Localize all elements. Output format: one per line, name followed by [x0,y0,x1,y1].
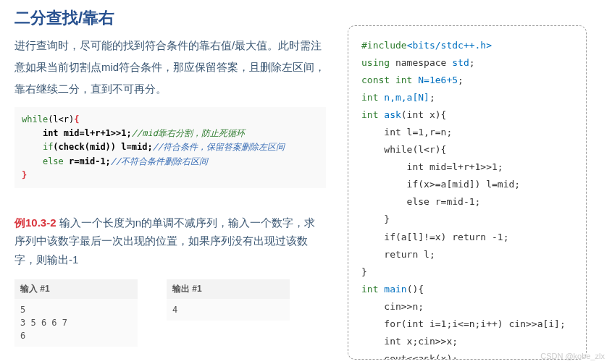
left-column: 二分查找/靠右 进行查询时，尽可能的找到符合条件的靠右值/最大值。此时需注意如果… [14,0,326,360]
page-container: 二分查找/靠右 进行查询时，尽可能的找到符合条件的靠右值/最大值。此时需注意如果… [0,0,612,360]
input-body: 5 3 5 6 6 7 6 [14,299,138,347]
io-row: 输入 #1 5 3 5 6 6 7 6 输出 #1 4 [14,279,326,347]
example-text: 输入一个长度为n的单调不减序列，输入一个数字，求序列中该数字最后一次出现的位置，… [14,216,315,266]
example-block: 例10.3-2 输入一个长度为n的单调不减序列，输入一个数字，求序列中该数字最后… [14,213,326,269]
open-brace: { [74,114,79,124]
description-paragraph: 进行查询时，尽可能的找到符合条件的靠右值/最大值。此时需注意如果当前切割点mid… [14,35,326,100]
keyword-while: while [22,114,48,124]
heading: 二分查找/靠右 [14,7,326,29]
input-label: 输入 #1 [14,279,138,299]
output-column: 输出 #1 4 [167,279,290,347]
close-brace: } [22,170,27,180]
output-label: 输出 #1 [167,279,290,299]
input-column: 输入 #1 5 3 5 6 6 7 6 [14,279,138,347]
right-column: #include<bits/stdc++.h> using namespace … [348,0,587,360]
output-body: 4 [167,299,290,321]
watermark: CSDN @kobe_zlx [540,352,605,360]
inline-code-snippet: while(l<r){ int mid=l+r+1>>1;//mid靠右分割，防… [14,107,326,188]
source-code-box: #include<bits/stdc++.h> using namespace … [348,25,587,360]
example-label: 例10.3-2 [14,216,56,229]
